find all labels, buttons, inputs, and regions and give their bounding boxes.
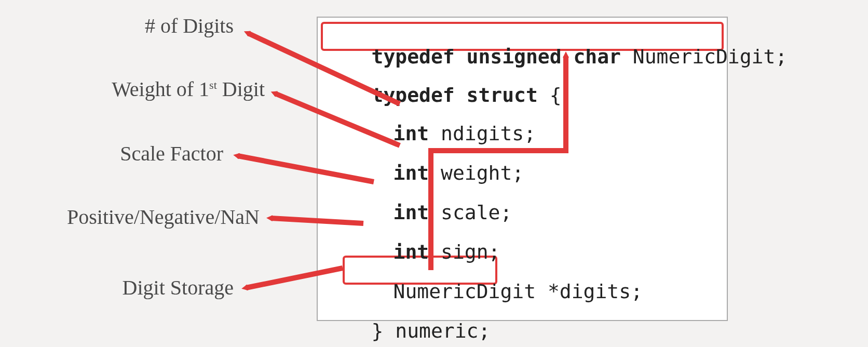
code-l4-rest: weight; — [441, 162, 524, 184]
label-sign: Positive/Negative/NaN — [5, 205, 260, 229]
label-weight-post: Digit — [217, 77, 265, 101]
code-line-8: } numeric; — [324, 301, 490, 347]
code-l3-rest: ndigits; — [441, 122, 536, 145]
label-ndigits: # of Digits — [42, 14, 234, 38]
code-l7-pre: NumericDigit — [394, 280, 548, 303]
kw-int-ndigits: int — [394, 122, 441, 145]
label-weight-sup: st — [209, 78, 217, 91]
label-weight-pre: Weight of 1 — [112, 77, 209, 101]
code-l7-rest: *digits; — [548, 280, 643, 303]
code-l8-pre: } — [372, 319, 396, 342]
code-l8-rest: numeric; — [395, 319, 490, 342]
kw-int-scale: int — [394, 201, 441, 224]
code-l6-rest: sign; — [441, 241, 500, 263]
code-l1-rest: NumericDigit; — [633, 45, 787, 68]
kw-int-sign: int — [394, 241, 441, 263]
kw-typedef-struct: typedef struct — [372, 84, 550, 106]
label-weight: Weight of 1st Digit — [10, 77, 265, 101]
label-digits: Digit Storage — [42, 275, 234, 300]
label-scale: Scale Factor — [52, 141, 223, 166]
code-box: typedef unsigned char NumericDigit; type… — [317, 17, 728, 321]
code-l5-rest: scale; — [441, 201, 512, 224]
code-l2-rest: { — [550, 84, 562, 106]
kw-typedef-uc: typedef unsigned char — [372, 45, 633, 68]
kw-int-weight: int — [394, 162, 441, 184]
